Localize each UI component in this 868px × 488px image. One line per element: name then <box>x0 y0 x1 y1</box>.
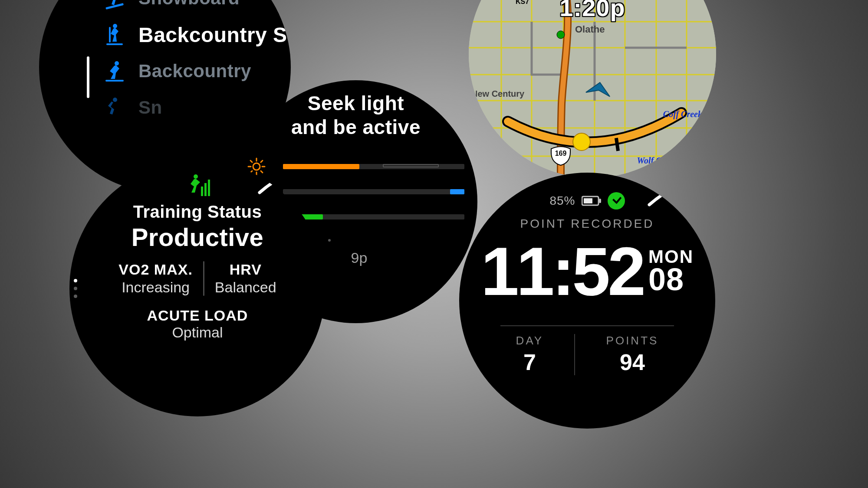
watchface-training-status[interactable]: Training Status Productive VO2 MAX. Incr… <box>69 160 326 416</box>
battery-percentage: 85% <box>549 194 575 208</box>
svg-rect-15 <box>105 80 124 82</box>
highway-shield-icon: 169 <box>551 144 570 163</box>
activity-icon <box>102 95 126 120</box>
activity-label: Sn <box>138 97 162 118</box>
training-status-value: Productive <box>69 223 326 252</box>
watchface-point-recorded[interactable]: 85% POINT RECORDED 11:52 MON 08 DAY 7 <box>459 173 715 429</box>
acute-load-value: Optimal <box>69 324 326 341</box>
clock-time: 11:52 <box>481 237 643 305</box>
svg-point-16 <box>113 98 117 102</box>
hour-9p: 9p <box>336 249 382 266</box>
battery-icon <box>582 195 602 206</box>
light-bar-2 <box>283 189 464 194</box>
title-line-1: Seek light <box>308 92 404 115</box>
points-label: POINTS <box>606 334 659 347</box>
svg-line-7 <box>261 160 263 162</box>
svg-point-0 <box>253 163 260 170</box>
svg-point-34 <box>573 133 590 151</box>
training-status-heading: Training Status <box>69 202 326 222</box>
svg-line-5 <box>250 160 252 162</box>
svg-point-11 <box>113 24 117 28</box>
selection-indicator <box>87 56 89 98</box>
activity-item-backcountry-ski[interactable]: Backcountry Ski <box>102 16 291 53</box>
light-bar-3 <box>283 214 464 219</box>
checkmark-icon <box>608 192 625 210</box>
svg-rect-37 <box>204 183 207 196</box>
divider <box>574 334 575 375</box>
activity-label: Backcountry Ski <box>138 23 291 47</box>
svg-rect-40 <box>599 199 601 203</box>
svg-line-6 <box>261 171 263 173</box>
svg-point-14 <box>115 61 119 66</box>
svg-rect-13 <box>106 43 123 45</box>
running-icon <box>184 174 211 199</box>
vo2max-value: Increasing <box>118 279 192 296</box>
svg-point-31 <box>557 31 565 39</box>
activity-item-snowboard[interactable]: Snowboard <box>102 0 291 16</box>
svg-rect-10 <box>105 3 124 10</box>
activity-label: Snowboard <box>138 0 240 9</box>
point-recorded-label: POINT RECORDED <box>459 217 715 231</box>
acute-load-label: ACUTE LOAD <box>69 307 326 324</box>
title-line-2: and be active <box>291 116 421 138</box>
svg-rect-41 <box>584 198 592 203</box>
svg-point-35 <box>194 174 198 179</box>
map-time: 1:20p <box>469 0 716 22</box>
map-label-coff-creek: Coff Creek <box>663 109 702 119</box>
svg-rect-12 <box>109 27 111 43</box>
map-label-wolf-creek: Wolf Creek <box>637 156 677 166</box>
highway-number: 169 <box>551 144 570 163</box>
backcountry-icon <box>102 59 126 83</box>
light-bar-1 <box>283 164 464 169</box>
hrv-label: HRV <box>215 261 276 278</box>
backcountry-ski-icon <box>102 23 126 47</box>
activity-item-sn[interactable]: Sn <box>102 89 291 126</box>
svg-rect-38 <box>208 180 210 196</box>
watchface-map[interactable]: KS7 1:20p Olathe New Century Coff Creek … <box>469 0 716 178</box>
hrv-value: Balanced <box>215 279 276 296</box>
day-value: 7 <box>516 349 544 375</box>
map-label-new-century: New Century <box>471 89 524 99</box>
points-value: 94 <box>606 349 659 375</box>
snowboard-icon <box>102 0 126 10</box>
svg-rect-36 <box>201 187 203 196</box>
map-label-olathe: Olathe <box>575 24 605 35</box>
vo2max-label: VO2 MAX. <box>118 261 192 278</box>
activity-item-backcountry[interactable]: Backcountry <box>102 53 291 89</box>
day-label: DAY <box>516 334 544 347</box>
clock-dom: 08 <box>648 265 694 294</box>
activity-label: Backcountry <box>138 61 251 82</box>
